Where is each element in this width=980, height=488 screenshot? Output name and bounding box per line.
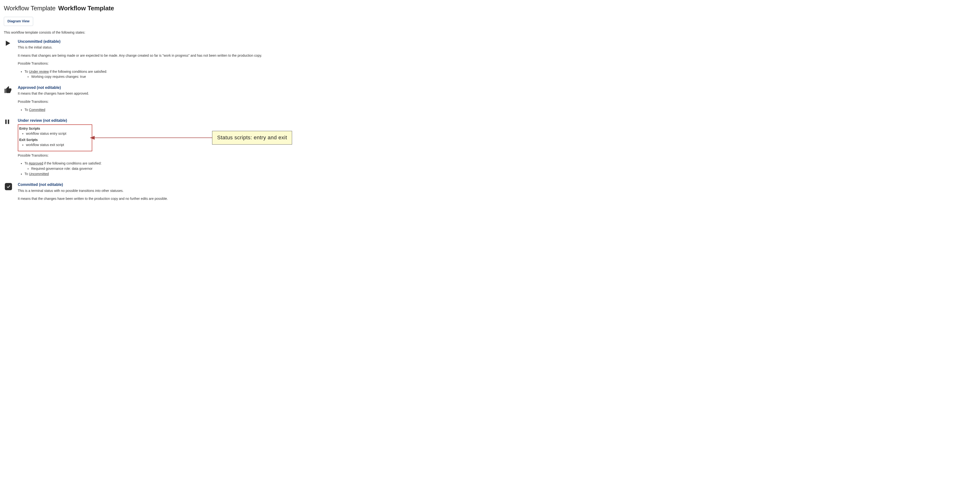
transition-item: To Under review if the following conditi… [24, 69, 371, 79]
annotation-callout: Status scripts: entry and exit [212, 131, 292, 145]
state-heading: Approved (not editable) [18, 85, 371, 90]
state-text: This is a terminal status with no possib… [18, 189, 371, 193]
exit-script-item: workflow status exit script [26, 143, 90, 148]
play-icon [4, 40, 13, 47]
possible-transitions-heading: Possible Transitions: [18, 153, 371, 158]
possible-transitions-heading: Possible Transitions: [18, 99, 371, 104]
state-committed: Committed (not editable) This is a termi… [4, 182, 371, 205]
state-text: It means that the changes have been writ… [18, 196, 371, 201]
transition-link[interactable]: Approved [29, 161, 43, 165]
intro-text: This workflow template consists of the f… [4, 30, 371, 35]
page-title: Workflow Template Workflow Template [4, 4, 371, 13]
entry-scripts-heading: Entry Scripts [19, 126, 90, 131]
title-light: Workflow Template [4, 5, 56, 12]
exit-scripts-heading: Exit Scripts [19, 138, 90, 142]
scripts-highlight-box: Entry Scripts workflow status entry scri… [18, 124, 92, 151]
transition-item: To Uncommitted [24, 172, 371, 176]
state-uncommitted: Uncommitted (editable) This is the initi… [4, 39, 371, 80]
transition-link[interactable]: Uncommitted [29, 172, 49, 176]
state-text: This is the initial status. [18, 45, 371, 50]
transition-condition: Working copy requires changes: true [31, 75, 371, 79]
title-bold: Workflow Template [58, 5, 114, 12]
state-heading: Uncommitted (editable) [18, 39, 371, 44]
transition-item: To Approved if the following conditions … [24, 161, 371, 171]
check-square-icon [4, 183, 13, 190]
transition-condition: Required governance role: data governor [31, 167, 371, 171]
transition-link[interactable]: Under review [29, 70, 49, 73]
entry-script-item: workflow status entry script [26, 131, 90, 136]
state-text: It means that the changes have been appr… [18, 91, 371, 96]
svg-rect-0 [5, 119, 7, 124]
possible-transitions-heading: Possible Transitions: [18, 61, 371, 66]
transition-item: To Committed [24, 108, 371, 112]
diagram-view-button[interactable]: Diagram View [4, 17, 33, 26]
pause-icon [4, 118, 13, 125]
state-heading: Under review (not editable) [18, 118, 371, 123]
transition-link[interactable]: Committed [29, 108, 45, 112]
state-approved: Approved (not editable) It means that th… [4, 85, 371, 113]
state-text: It means that changes are being made or … [18, 53, 371, 58]
thumbs-up-icon [4, 86, 13, 94]
svg-rect-1 [8, 119, 9, 124]
state-under-review: Under review (not editable) Entry Script… [4, 118, 371, 177]
state-heading: Committed (not editable) [18, 182, 371, 187]
